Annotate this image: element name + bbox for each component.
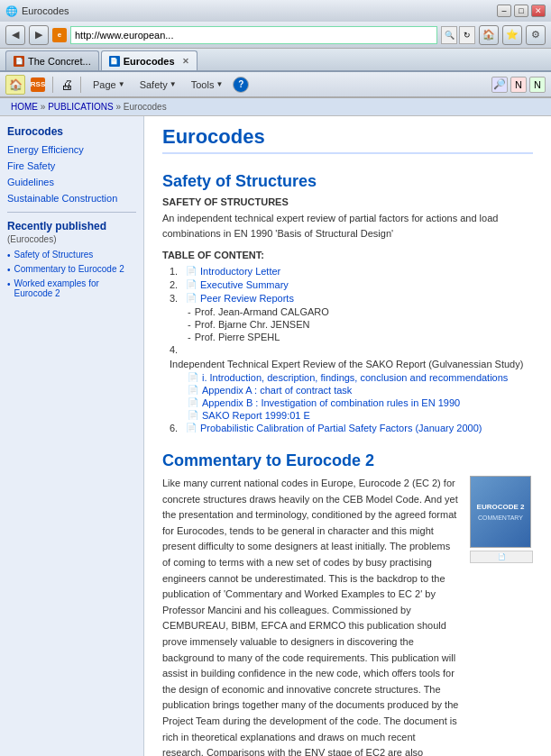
- pdf-icon-s3: 📄: [188, 397, 198, 407]
- title-bar-icon: 🌐: [5, 5, 18, 17]
- sidebar-link-guidelines[interactable]: Guidelines: [7, 176, 136, 188]
- sako-sub-list: 📄 i. Introduction, description, findings…: [170, 372, 533, 421]
- home-icon[interactable]: 🏠: [5, 75, 25, 95]
- tab-1-icon: 📄: [109, 56, 120, 67]
- close-button[interactable]: ✕: [531, 5, 546, 17]
- address-input[interactable]: [70, 26, 437, 44]
- sako-item-4: 📄 SAKO Report 1999:01 E: [188, 410, 533, 421]
- safety-menu-label: Safety: [140, 79, 168, 90]
- tools-menu-label: Tools: [191, 79, 215, 90]
- peer-name-1: Prof. Jean-Armand CALGARO: [195, 306, 329, 317]
- toc-list: 1. 📄 Introductory Letter 2. 📄 Executive …: [162, 266, 533, 433]
- breadcrumb-home[interactable]: HOME: [11, 102, 38, 112]
- pdf-icon-3: 📄: [186, 293, 197, 303]
- peer-item-2: -Prof. Bjarne Chr. JENSEN: [188, 319, 533, 330]
- recent-item-0: • Safety of Structures: [7, 250, 136, 260]
- sidebar-link-sustainable[interactable]: Sustainable Construction: [7, 192, 136, 205]
- peer-name-2: Prof. Bjarne Chr. JENSEN: [195, 319, 310, 330]
- navigation-bar: ◀ ▶ e 🔍 ↻ 🏠 ⭐ ⚙: [0, 22, 551, 49]
- title-bar-text: Eurocodes: [22, 5, 69, 16]
- sidebar-link-energy[interactable]: Energy Efficiency: [7, 143, 136, 156]
- address-bar: e 🔍 ↻: [52, 26, 475, 44]
- pdf-icon-s2: 📄: [188, 385, 198, 395]
- page-menu[interactable]: Page ▼: [88, 77, 130, 93]
- favorites-button[interactable]: ⭐: [502, 25, 522, 45]
- tab-1-close[interactable]: ✕: [182, 57, 189, 66]
- maximize-button[interactable]: □: [514, 5, 528, 17]
- pdf-icon-2: 📄: [186, 279, 197, 289]
- sidebar-divider: [7, 212, 136, 213]
- page-title: Eurocodes: [162, 125, 533, 154]
- recent-item-1: • Commentary to Eurocode 2: [7, 264, 136, 275]
- commentary-section: Like many current national codes in Euro…: [162, 476, 533, 756]
- refresh-button[interactable]: ↻: [459, 26, 475, 44]
- tab-1[interactable]: 📄 Eurocodes ✕: [101, 50, 197, 70]
- toolbar-separator-2: [80, 77, 81, 93]
- recent-link-1[interactable]: Commentary to Eurocode 2: [14, 264, 124, 274]
- extra-icon-3[interactable]: N: [529, 77, 546, 93]
- toc-link-1[interactable]: Introductory Letter: [200, 266, 280, 277]
- home-button[interactable]: 🏠: [479, 25, 499, 45]
- breadcrumb-sep-1: »: [41, 102, 46, 112]
- safety-menu[interactable]: Safety ▼: [135, 77, 181, 93]
- extra-icon-1[interactable]: 🔎: [491, 77, 508, 93]
- forward-button[interactable]: ▶: [29, 25, 49, 45]
- breadcrumb-publications[interactable]: PUBLICATIONS: [48, 102, 114, 112]
- toc-link-3[interactable]: Peer Review Reports: [200, 293, 294, 304]
- recent-link-2[interactable]: Worked examples for Eurocode 2: [14, 278, 136, 298]
- sako-item-1: 📄 i. Introduction, description, findings…: [188, 372, 533, 383]
- toc-item-6: 6. 📄 Probabilistic Calibration of Partia…: [170, 423, 533, 433]
- toc-item-4: 4. Independent Technical Expert Review o…: [170, 344, 533, 369]
- toc-item-4-text: Independent Technical Expert Review of t…: [170, 359, 523, 369]
- commentary-text: Like many current national codes in Euro…: [162, 476, 459, 756]
- tools-menu[interactable]: Tools ▼: [187, 77, 228, 93]
- tab-1-label: Eurocodes: [124, 56, 175, 67]
- commentary-book-cover: EUROCODE 2 COMMENTARY: [470, 476, 531, 548]
- pdf-icon-s4: 📄: [188, 410, 198, 420]
- pdf-icon-s1: 📄: [188, 372, 198, 382]
- tabs-bar: 📄 The Concret... 📄 Eurocodes ✕: [0, 49, 551, 72]
- toc-link-2[interactable]: Executive Summary: [200, 279, 289, 290]
- main-content: Eurocodes Safety of Structures SAFETY OF…: [144, 116, 551, 756]
- book-label: 📄: [470, 551, 533, 563]
- sako-link-3[interactable]: Appendix B : Investigation of combinatio…: [202, 397, 460, 408]
- peer-item-3: -Prof. Pierre SPEHL: [188, 332, 533, 342]
- page-container: Eurocodes Energy Efficiency Fire Safety …: [0, 116, 551, 756]
- back-button[interactable]: ◀: [5, 25, 25, 45]
- window-controls: – □ ✕: [497, 5, 546, 17]
- sako-link-1[interactable]: i. Introduction, description, findings, …: [202, 372, 508, 383]
- extra-icon-2[interactable]: N: [510, 77, 527, 93]
- toolbar-extra-icons: 🔎 N N: [491, 77, 546, 93]
- sako-link-2[interactable]: Appendix A : chart of contract task: [202, 385, 352, 396]
- recent-link-0[interactable]: Safety of Structures: [14, 250, 94, 260]
- breadcrumb-sep-2: »: [116, 102, 122, 112]
- browser-chrome: 🌐 Eurocodes – □ ✕ ◀ ▶ e 🔍 ↻ 🏠 ⭐ ⚙ 📄 The …: [0, 0, 551, 98]
- peer-item-1: -Prof. Jean-Armand CALGARO: [188, 306, 533, 317]
- print-icon[interactable]: 🖨: [60, 77, 73, 92]
- recently-published-title: Recently published: [7, 220, 136, 232]
- title-bar: 🌐 Eurocodes – □ ✕: [0, 0, 551, 22]
- minimize-button[interactable]: –: [497, 5, 511, 17]
- toolbar-separator-1: [52, 77, 53, 93]
- book-cover-title: EUROCODE 2: [477, 503, 525, 511]
- rss-icon[interactable]: RSS: [31, 77, 45, 92]
- breadcrumb-current: Eurocodes: [124, 102, 167, 112]
- sako-link-4[interactable]: SAKO Report 1999:01 E: [202, 410, 310, 421]
- commentary-section-title: Commentary to Eurocode 2: [162, 451, 533, 470]
- bullet-1: •: [7, 265, 11, 275]
- bullet-2: •: [7, 279, 11, 289]
- sako-item-2: 📄 Appendix A : chart of contract task: [188, 385, 533, 396]
- recently-published-sub: (Eurocodes): [7, 234, 136, 244]
- toc-link-6[interactable]: Probabilistic Calibration of Partial Saf…: [200, 423, 482, 433]
- search-button[interactable]: 🔍: [441, 26, 457, 44]
- settings-button[interactable]: ⚙: [526, 25, 546, 45]
- toc-label: TABLE OF CONTENT:: [162, 250, 533, 260]
- help-button[interactable]: ?: [233, 77, 249, 93]
- pdf-icon-1: 📄: [186, 266, 197, 276]
- commentary-text-container: Like many current national codes in Euro…: [162, 476, 459, 756]
- sidebar: Eurocodes Energy Efficiency Fire Safety …: [0, 116, 144, 756]
- peer-sub-list: -Prof. Jean-Armand CALGARO -Prof. Bjarne…: [170, 306, 533, 342]
- tab-0[interactable]: 📄 The Concret...: [5, 50, 99, 70]
- sidebar-link-fire[interactable]: Fire Safety: [7, 159, 136, 172]
- page-menu-label: Page: [93, 79, 116, 90]
